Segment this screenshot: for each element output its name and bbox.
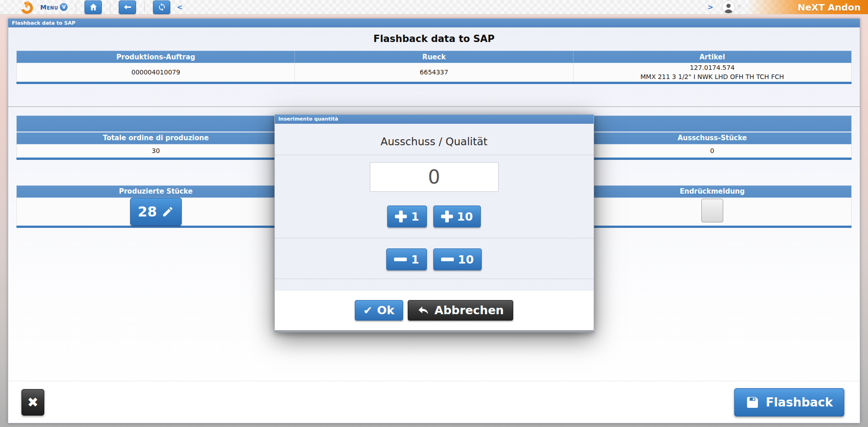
expand-chevron[interactable]: > (707, 3, 713, 11)
minus-one-label: 1 (411, 253, 419, 266)
plus-one-button[interactable]: 1 (387, 206, 426, 227)
ok-label: Ok (377, 304, 395, 317)
dotted-separator (275, 279, 594, 279)
column-header-rueck: Rueck (295, 51, 573, 63)
x-icon: ✖ (27, 395, 38, 410)
check-icon: ✔ (363, 304, 373, 317)
minus-ten-label: 10 (458, 253, 474, 266)
menu-dropdown-badge-icon: V (60, 3, 68, 11)
undo-arrow-icon (417, 305, 429, 316)
close-button[interactable]: ✖ (21, 389, 44, 416)
pencil-icon (162, 206, 174, 218)
plus-ten-label: 10 (457, 210, 473, 223)
section-divider (8, 106, 860, 107)
brand-title: NeXT Andon (798, 2, 861, 13)
home-button[interactable] (84, 0, 102, 14)
cancel-button[interactable]: Abbrechen (408, 300, 514, 321)
modal-titlebar: Inserimento quantità (275, 115, 594, 124)
menu-button[interactable]: Menu V (40, 3, 68, 11)
plus-icon (441, 211, 453, 222)
plus-one-label: 1 (411, 210, 419, 223)
minus-ten-button[interactable]: 10 (433, 248, 482, 270)
quantity-modal: Inserimento quantità Ausschuss / Qualitä… (274, 114, 594, 332)
column-header-totale-ordine: Totale ordine di produzione (17, 132, 295, 144)
endrueckmeldung-checkbox[interactable] (701, 199, 723, 222)
table-row: 000004010079 6654337 127.0174.574 MMX 21… (17, 63, 852, 83)
footer-bar: ✖ Flashback (8, 381, 860, 423)
cancel-label: Abbrechen (435, 304, 504, 317)
menu-label: Menu (40, 4, 58, 11)
back-button[interactable] (119, 0, 136, 14)
collapse-chevron[interactable]: < (177, 3, 183, 11)
page-title: Flashback data to SAP (8, 33, 860, 44)
produced-value: 28 (138, 202, 157, 222)
produced-edit-button[interactable]: 28 (130, 198, 182, 226)
column-header-endrueckmeldung: Endrückmeldung (573, 185, 851, 197)
produzierte-stuecke-cell: 28 (17, 197, 295, 227)
column-header-artikel: Artikel (573, 51, 851, 63)
artikel-value: 127.0174.574 MMX 211 3 1/2" I NWK LHD OF… (573, 63, 851, 83)
plus-ten-button[interactable]: 10 (433, 206, 481, 227)
toolbar-separator (110, 2, 110, 12)
plus-icon (395, 211, 407, 222)
produktions-auftrag-value: 000004010079 (17, 63, 295, 83)
refresh-icon (158, 3, 166, 11)
column-header-produktions-auftrag: Produktions-Auftrag (17, 51, 295, 63)
save-icon (746, 395, 759, 409)
minus-icon (394, 253, 407, 265)
production-order-table: Produktions-Auftrag Rueck Artikel 000004… (16, 51, 852, 84)
endrueckmeldung-cell (573, 197, 851, 227)
dotted-separator (275, 238, 594, 238)
back-arrow-icon (123, 3, 132, 11)
app-logo-icon (19, 0, 37, 14)
home-icon (89, 3, 98, 11)
totale-ordine-value: 30 (17, 144, 295, 158)
modal-heading: Ausschuss / Qualität (275, 136, 594, 148)
flashback-button[interactable]: Flashback (734, 388, 844, 416)
dotted-separator (275, 155, 594, 155)
window-titlebar: Flashback data to SAP (8, 19, 860, 27)
user-avatar[interactable] (722, 0, 735, 14)
quantity-input[interactable] (370, 162, 499, 192)
topbar: Menu V < > ▽ NeXT Andon (0, 0, 868, 15)
avatar-dropdown-icon[interactable]: ▽ (737, 5, 741, 10)
ok-button[interactable]: ✔ Ok (355, 300, 403, 321)
modal-footer: ✔ Ok Abbrechen (275, 290, 594, 330)
user-icon (723, 2, 734, 13)
column-header-produzierte-stuecke: Produzierte Stücke (17, 185, 295, 197)
rueck-value: 6654337 (295, 63, 573, 83)
minus-one-button[interactable]: 1 (386, 248, 426, 270)
toolbar-separator (76, 2, 76, 12)
flashback-label: Flashback (766, 395, 833, 409)
refresh-button[interactable] (153, 0, 170, 14)
toolbar-separator (144, 2, 145, 12)
ausschuss-stuecke-value: 0 (573, 144, 851, 158)
minus-icon (441, 253, 454, 265)
brand-banner: NeXT Andon (747, 0, 868, 14)
column-header-ausschuss-stuecke: Ausschuss-Stücke (573, 132, 851, 144)
